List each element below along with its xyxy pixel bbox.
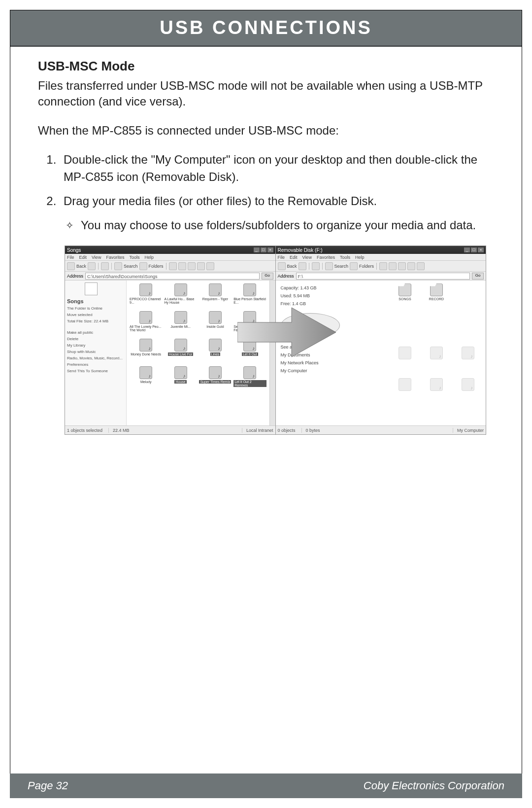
tool-button[interactable] [389,262,397,270]
music-icon [430,378,443,391]
music-icon [209,366,222,379]
file-icon [399,378,411,391]
music-icon [462,347,474,359]
left-menubar: File Edit View Favorites Tools Help [65,254,275,261]
tool-button[interactable] [407,262,415,270]
lead-paragraph: When the MP-C855 is connected under USB-… [38,123,494,139]
file-item-selected[interactable]: Let It Out 2 Remixes [233,366,266,392]
search-button[interactable] [325,262,333,270]
file-item[interactable]: Melody [130,366,162,392]
back-button[interactable] [67,262,75,270]
left-sidepanel: Songs The Folder is Online Move selected… [65,281,127,425]
sub-bullet: ✧ You may choose to use folders/subfolde… [66,217,494,234]
left-window: Songs _ □ × File Edit View Favorites Too… [65,246,275,434]
page-header: USB CONNECTIONS [10,10,522,47]
tool-button[interactable] [206,262,214,270]
file-item[interactable] [390,347,420,376]
maximize-icon[interactable]: □ [261,247,266,252]
file-item[interactable]: All The Lonely Peo... The World [130,311,162,337]
views-button[interactable] [169,262,177,270]
forward-button[interactable] [299,262,306,270]
folder-item[interactable]: SONGS [390,283,420,313]
file-item[interactable]: Juvenile Mi... [164,311,197,337]
file-item-selected[interactable]: House [164,366,197,392]
menu-file[interactable]: File [67,255,74,260]
left-toolbar: Back Search Folders [65,261,275,272]
right-statusbar: 0 objects 0 bytes My Computer [276,425,486,434]
file-item[interactable] [422,347,451,376]
drive-info-panel: Capacity: 1.43 GB Used: 5.94 MB Free: 1.… [276,281,388,425]
menu-edit[interactable]: Edit [79,255,87,260]
music-icon [209,339,222,351]
section-heading: USB-MSC Mode [38,59,494,74]
file-item[interactable]: Blue Person Starfield E... [233,283,266,309]
minimize-icon[interactable]: _ [464,247,470,252]
page-content: USB-MSC Mode Files transferred under USB… [10,47,522,234]
menu-favorites[interactable]: Favorites [106,255,124,260]
file-icon [399,347,411,359]
up-button[interactable] [312,262,320,270]
views-button[interactable] [379,262,387,270]
window-controls: _ □ × [464,247,484,252]
tool-button[interactable] [398,262,406,270]
menu-help[interactable]: Help [355,255,365,260]
folder-icon [399,283,411,296]
file-item-selected[interactable]: Lines [199,339,232,364]
menu-tools[interactable]: Tools [340,255,350,260]
file-item-selected[interactable]: Super Times Remix [199,366,232,392]
file-item[interactable]: Money Done Needs [130,339,162,364]
step-2: Drag your media files (or other files) t… [60,193,494,234]
folder-icon [430,283,443,296]
minimize-icon[interactable]: _ [254,247,260,252]
file-item[interactable]: EPROCCO Channel 9... [130,283,162,309]
file-item[interactable] [453,347,483,376]
menu-help[interactable]: Help [144,255,154,260]
file-item-selected[interactable]: House Live For [164,339,197,364]
left-body: Songs The Folder is Online Move selected… [65,281,275,425]
file-item[interactable] [422,378,451,408]
right-window-title: Removable Disk (F:) [278,247,323,253]
close-icon[interactable]: × [478,247,484,252]
file-item[interactable] [453,378,483,408]
music-icon [209,283,222,296]
file-item[interactable]: Inside Gold [199,311,232,337]
close-icon[interactable]: × [267,247,273,252]
forward-button[interactable] [88,262,96,270]
scrollbar[interactable] [269,281,275,425]
address-input[interactable]: F:\ [296,273,470,280]
address-label: Address [278,274,294,279]
right-addressbar: Address F:\ Go [276,272,486,281]
tool-button[interactable] [197,262,205,270]
go-button[interactable]: Go [262,273,273,280]
go-button[interactable]: Go [472,273,484,280]
music-icon [174,366,187,379]
menu-tools[interactable]: Tools [129,255,139,260]
file-item-selected[interactable]: Let It Out [233,339,266,364]
tool-button[interactable] [178,262,186,270]
steps-list: Double-click the "My Computer" icon on y… [38,151,494,234]
page-number: Page 32 [28,779,68,792]
right-toolbar: Back Search Folders [276,261,486,272]
tool-button[interactable] [417,262,425,270]
music-icon [139,366,152,379]
file-item[interactable]: A Lawful Ho... Base Hy House [164,283,197,309]
search-button[interactable] [114,262,122,270]
folder-item[interactable]: RECORD [422,283,451,313]
right-menubar: File Edit View Favorites Tools Help [276,254,486,261]
menu-file[interactable]: File [278,255,285,260]
menu-favorites[interactable]: Favorites [317,255,335,260]
address-input[interactable]: C:\Users\Shared\Documents\Songs [85,273,259,280]
file-item[interactable]: Seas of Blue... Feeds [233,311,266,337]
maximize-icon[interactable]: □ [471,247,477,252]
file-item[interactable] [390,378,420,408]
folders-button[interactable] [139,262,147,270]
back-button[interactable] [278,262,286,270]
menu-view[interactable]: View [92,255,101,260]
folders-button[interactable] [350,262,358,270]
up-button[interactable] [101,262,109,270]
tool-button[interactable] [188,262,196,270]
file-item[interactable]: Requirem - Tiger [199,283,232,309]
menu-view[interactable]: View [302,255,312,260]
menu-edit[interactable]: Edit [290,255,298,260]
music-icon [139,339,152,351]
